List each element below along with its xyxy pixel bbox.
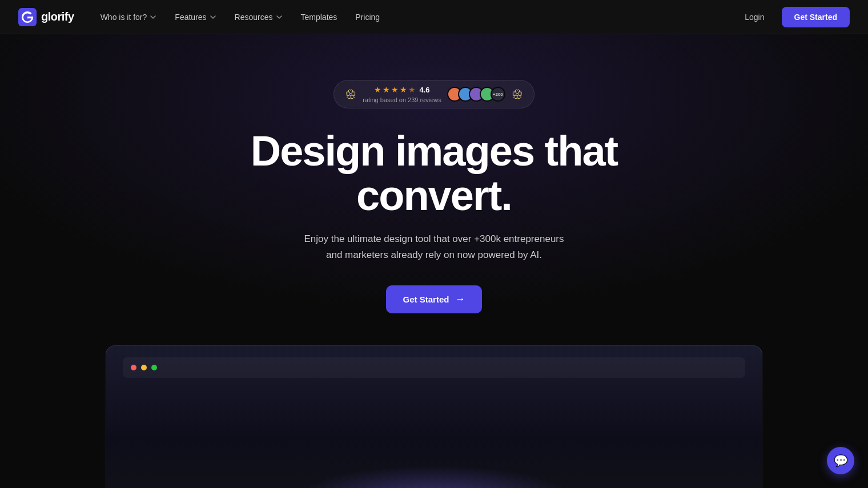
hero-content: 🏵 ★ ★ ★ ★ ★ 4.6 rating based on 239 revi… [177,34,691,488]
avatar-row: +200 [447,87,505,102]
logo[interactable]: glorify [18,8,74,26]
star-1: ★ [374,85,381,94]
arrow-right-icon: → [455,293,465,305]
nav-left: glorify Who is it for? Features Resource… [18,8,388,26]
login-button[interactable]: Login [737,8,772,26]
hero-headline: Design images that convert. [191,129,677,217]
hero-subtext: Enjoy the ultimate design tool that over… [304,231,564,262]
nav-link-features[interactable]: Features [167,8,224,26]
chevron-down-icon [276,14,283,21]
hero-cta-label: Get Started [403,295,449,304]
star-4: ★ [400,85,407,94]
laurel-left-icon: 🏵 [345,88,357,100]
app-preview-content [106,346,762,488]
nav-link-templates[interactable]: Templates [293,8,345,26]
laurel-right-icon: 🏵 [511,88,523,100]
window-maximize-dot [151,365,157,370]
chevron-down-icon [150,14,156,21]
app-mock-topbar [123,357,746,378]
logo-text: glorify [41,10,74,23]
star-5-half: ★ [408,85,416,94]
avatar-more: +200 [491,87,505,102]
nav-right: Login Get Started [737,7,850,27]
rating-description: rating based on 239 reviews [363,96,441,103]
window-close-dot [131,365,136,370]
nav-link-resources[interactable]: Resources [227,8,291,26]
navbar: glorify Who is it for? Features Resource… [0,0,868,34]
star-3: ★ [391,85,399,94]
hero-cta-button[interactable]: Get Started → [386,285,483,313]
glorify-logo-icon [18,8,37,26]
chat-widget[interactable]: 💬 [827,447,854,474]
rating-badge: 🏵 ★ ★ ★ ★ ★ 4.6 rating based on 239 revi… [333,80,535,108]
rating-info: ★ ★ ★ ★ ★ 4.6 rating based on 239 review… [363,85,441,103]
window-minimize-dot [141,365,147,370]
star-2: ★ [383,85,390,94]
rating-score: 4.6 [419,86,429,94]
nav-link-who-is-it-for[interactable]: Who is it for? [93,8,165,26]
nav-get-started-button[interactable]: Get Started [782,7,850,27]
nav-links: Who is it for? Features Resources [93,8,388,26]
chevron-down-icon [210,14,216,21]
app-preview [106,345,762,488]
chat-icon: 💬 [834,454,848,467]
hero-section: 🏵 ★ ★ ★ ★ ★ 4.6 rating based on 239 revi… [0,0,868,488]
stars-row: ★ ★ ★ ★ ★ 4.6 [374,85,429,94]
stars: ★ ★ ★ ★ ★ [374,85,416,94]
nav-link-pricing[interactable]: Pricing [347,8,388,26]
